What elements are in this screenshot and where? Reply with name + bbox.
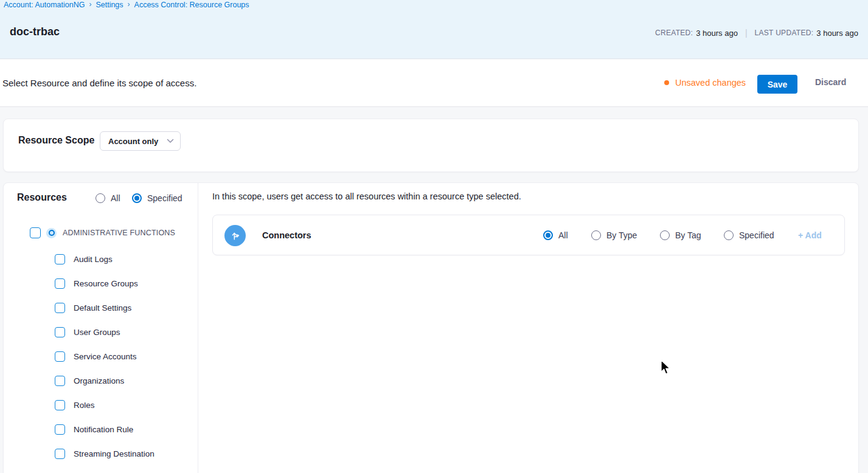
unsaved-changes-label: Unsaved changes bbox=[675, 78, 746, 88]
tree-item-user-groups[interactable]: User Groups bbox=[55, 320, 155, 344]
connectors-by-tag-radio[interactable]: By Tag bbox=[660, 230, 701, 240]
breadcrumb-separator-icon: › bbox=[89, 0, 91, 9]
save-button[interactable]: Save bbox=[757, 75, 797, 94]
checkbox[interactable] bbox=[55, 303, 65, 313]
checkbox[interactable] bbox=[55, 376, 65, 386]
tree-item-roles[interactable]: Roles bbox=[55, 393, 155, 417]
scope-hint-text: In this scope, users get access to all r… bbox=[212, 192, 521, 201]
tree-item-audit-logs[interactable]: Audit Logs bbox=[55, 247, 155, 271]
tree-item-service-accounts[interactable]: Service Accounts bbox=[55, 344, 155, 368]
tree-item-label[interactable]: Organizations bbox=[74, 376, 124, 385]
connectors-all-radio[interactable]: All bbox=[543, 230, 568, 240]
tree-item-label[interactable]: Default Settings bbox=[74, 303, 131, 312]
tree-item-streaming-destination[interactable]: Streaming Destination bbox=[55, 441, 155, 466]
timestamps: CREATED: 3 hours ago | LAST UPDATED: 3 h… bbox=[655, 28, 858, 38]
tree-item-label[interactable]: Streaming Destination bbox=[74, 449, 155, 458]
checkbox[interactable] bbox=[55, 278, 65, 289]
resource-scope-card: Resource Scope Account only bbox=[3, 119, 859, 172]
radio-label[interactable]: All bbox=[111, 193, 120, 203]
tree-item-label[interactable]: User Groups bbox=[74, 328, 120, 337]
unsaved-dot-icon bbox=[664, 80, 669, 85]
tree-item-label[interactable]: Audit Logs bbox=[74, 255, 113, 264]
connectors-resource-row: Connectors All By Type By Tag Specified … bbox=[212, 215, 845, 255]
resource-scope-title: Resource Scope bbox=[18, 135, 94, 146]
tree-item-label[interactable]: Resource Groups bbox=[74, 279, 138, 288]
radio-icon-selected[interactable] bbox=[543, 230, 553, 240]
radio-icon[interactable] bbox=[591, 230, 601, 240]
updated-label: LAST UPDATED: bbox=[755, 29, 814, 37]
page-title: doc-trbac bbox=[10, 26, 60, 38]
breadcrumb: Account: AutomationNG › Settings › Acces… bbox=[4, 1, 249, 9]
connectors-icon bbox=[224, 225, 246, 246]
tree-group-label: ADMINISTRATIVE FUNCTIONS bbox=[63, 229, 175, 237]
unsaved-changes-status: Unsaved changes bbox=[664, 78, 746, 88]
radio-label[interactable]: By Tag bbox=[675, 230, 701, 240]
meta-divider: | bbox=[745, 28, 748, 38]
tree-item-list: Audit Logs Resource Groups Default Setti… bbox=[55, 247, 155, 466]
breadcrumb-access-control-link[interactable]: Access Control: Resource Groups bbox=[134, 1, 249, 9]
tree-item-label[interactable]: Notification Rule bbox=[74, 425, 133, 434]
discard-button[interactable]: Discard bbox=[815, 77, 846, 87]
created-label: CREATED: bbox=[655, 29, 693, 37]
checkbox[interactable] bbox=[55, 400, 65, 410]
checkbox[interactable] bbox=[55, 424, 65, 435]
resource-type-name: Connectors bbox=[262, 230, 311, 240]
tree-item-resource-groups[interactable]: Resource Groups bbox=[55, 271, 155, 295]
connectors-specified-radio[interactable]: Specified bbox=[724, 230, 774, 240]
breadcrumb-account-link[interactable]: Account: AutomationNG bbox=[4, 1, 85, 9]
toolbar-description: Select Resource and define its scope of … bbox=[2, 78, 196, 88]
resources-title: Resources bbox=[17, 192, 67, 203]
radio-icon-selected[interactable] bbox=[132, 193, 142, 203]
checkbox[interactable] bbox=[55, 254, 65, 264]
tree-panel-divider bbox=[198, 183, 198, 473]
radio-icon[interactable] bbox=[95, 193, 105, 203]
checkbox[interactable] bbox=[55, 327, 65, 337]
resources-mode-specified-radio[interactable]: Specified bbox=[132, 193, 182, 203]
created-value: 3 hours ago bbox=[696, 29, 738, 38]
tree-item-label[interactable]: Roles bbox=[74, 401, 95, 410]
resource-scope-dropdown[interactable]: Account only bbox=[100, 131, 181, 151]
resource-scope-selected-value: Account only bbox=[108, 137, 158, 146]
radio-label[interactable]: Specified bbox=[739, 230, 774, 240]
breadcrumb-settings-link[interactable]: Settings bbox=[95, 1, 123, 9]
add-button[interactable]: + Add bbox=[798, 230, 822, 240]
resources-mode-all-radio[interactable]: All bbox=[95, 193, 120, 203]
radio-label[interactable]: All bbox=[558, 230, 568, 240]
tree-item-label[interactable]: Service Accounts bbox=[74, 352, 137, 361]
expand-toggle-icon[interactable] bbox=[46, 228, 57, 238]
checkbox[interactable] bbox=[55, 449, 65, 459]
breadcrumb-separator-icon: › bbox=[128, 0, 130, 9]
action-toolbar: Select Resource and define its scope of … bbox=[0, 60, 868, 107]
connectors-by-type-radio[interactable]: By Type bbox=[591, 230, 637, 240]
tree-group-administrative-functions[interactable]: ADMINISTRATIVE FUNCTIONS bbox=[30, 227, 175, 238]
group-checkbox[interactable] bbox=[30, 227, 41, 238]
page-header: Account: AutomationNG › Settings › Acces… bbox=[0, 0, 868, 59]
checkbox[interactable] bbox=[55, 351, 65, 362]
tree-item-organizations[interactable]: Organizations bbox=[55, 368, 155, 393]
page: Account: AutomationNG › Settings › Acces… bbox=[0, 0, 868, 473]
radio-icon[interactable] bbox=[724, 230, 734, 240]
chevron-down-icon bbox=[167, 139, 174, 143]
radio-icon[interactable] bbox=[660, 230, 670, 240]
radio-label[interactable]: By Type bbox=[606, 230, 637, 240]
resources-card: Resources All Specified ADMINISTRATIVE F… bbox=[3, 182, 859, 473]
updated-value: 3 hours ago bbox=[816, 29, 858, 38]
tree-item-notification-rule[interactable]: Notification Rule bbox=[55, 417, 155, 441]
tree-item-default-settings[interactable]: Default Settings bbox=[55, 295, 155, 320]
radio-label[interactable]: Specified bbox=[147, 193, 182, 203]
